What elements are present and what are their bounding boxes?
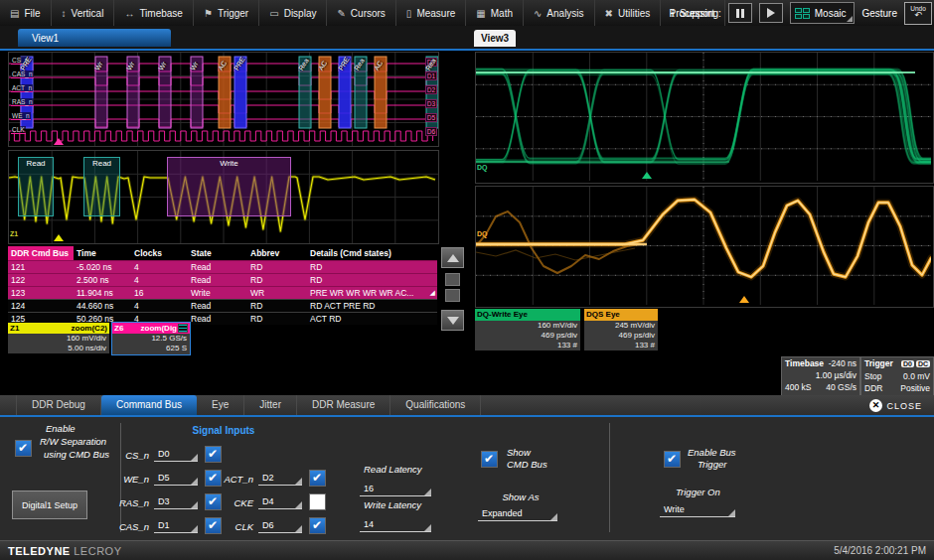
dialog-tab-bar: DDR Debug Command Bus Eye Jitter DDR Mea… <box>0 395 934 417</box>
show-as-dropdown[interactable]: Expanded <box>478 506 557 521</box>
dq-eye-panel[interactable]: DQ <box>475 52 934 184</box>
read-latency-dropdown[interactable]: 16 <box>360 482 431 496</box>
table-row[interactable]: 12444.660 ns4ReadRDRD ACT PRE RD <box>8 299 437 312</box>
trigger-coupling-badge: DC <box>916 360 930 367</box>
table-row[interactable]: 12311.904 ns16WriteWRPRE WR WR WR WR AC.… <box>8 286 437 299</box>
dqs-eye-descriptor[interactable]: DQS Eye 245 mV/div 469 ps/div 133 # <box>584 309 658 350</box>
table-row[interactable]: 1222.500 ns4ReadRDRD <box>8 273 437 286</box>
clk-source-dropdown[interactable]: D6 <box>258 518 302 533</box>
pause-button[interactable] <box>728 3 752 23</box>
signal-label-act: ACT_n <box>11 84 33 92</box>
menu-cursors[interactable]: ✎Cursors <box>327 0 395 26</box>
scroll-track[interactable] <box>445 273 460 286</box>
cs-source-dropdown[interactable]: D0 <box>154 447 198 462</box>
eye-center-marker[interactable] <box>642 172 652 179</box>
ddr-debug-dialog: DDR Debug Command Bus Eye Jitter DDR Mea… <box>0 395 934 540</box>
scroll-track[interactable] <box>445 289 460 302</box>
gesture-label[interactable]: Gesture <box>861 8 897 19</box>
digital-bus-panel[interactable]: CS_n CAS_n ACT_n RAS_n WE_n CLK D0 D1 D2… <box>8 52 439 147</box>
tab-eye[interactable]: Eye <box>197 395 244 415</box>
clock: 5/4/2016 2:00:21 PM <box>834 545 926 556</box>
tab-ddr-measure[interactable]: DDR Measure <box>297 395 390 415</box>
write-region[interactable]: Write <box>167 157 291 216</box>
timebase-summary[interactable]: Timebase-240 ns 1.00 µs/div 400 kS40 GS/… <box>781 356 860 396</box>
trigger-position-marker[interactable] <box>54 138 64 145</box>
trigger-on-dropdown[interactable]: Write <box>660 502 735 517</box>
file-icon: ▤ <box>10 8 19 19</box>
dq-write-eye-descriptor[interactable]: DQ-Write Eye 160 mV/div 469 ps/div 133 # <box>475 309 580 350</box>
scroll-down-button[interactable] <box>441 310 464 331</box>
act-source-dropdown[interactable]: D2 <box>258 471 302 486</box>
cke-source-dropdown[interactable]: D4 <box>258 494 302 509</box>
cke-enable-checkbox[interactable] <box>309 493 326 510</box>
tab-ddr-debug[interactable]: DDR Debug <box>16 395 101 415</box>
menu-right-cluster: Processing: Mosaic Gesture Undo ↶ <box>669 0 932 26</box>
undo-arrow-icon: ↶ <box>914 11 922 20</box>
menu-analysis[interactable]: ∿Analysis <box>524 0 595 26</box>
read-region[interactable]: Read <box>83 157 120 216</box>
status-bar: TELEDYNE LECROY 5/4/2016 2:00:21 PM <box>0 540 934 560</box>
signal-label-cas: CAS_n <box>11 70 34 78</box>
z1-trace-tag: Z1 <box>10 230 18 238</box>
digital1-setup-button[interactable]: Digital1 Setup <box>12 490 87 519</box>
oscilloscope-app: ▤File ↕Vertical ↔Timebase ⚑Trigger ▭Disp… <box>0 0 934 560</box>
channel-label-d5: D5 <box>425 113 437 122</box>
ras-source-dropdown[interactable]: D3 <box>154 494 198 509</box>
table-row[interactable]: 121-5.020 ns4ReadRDRD <box>8 260 437 273</box>
trigger-flag-icon: ⚑ <box>204 8 213 19</box>
menu-vertical[interactable]: ↕Vertical <box>52 0 115 26</box>
table-header: DDR Cmd Bus Time Clocks State Abbrev Det… <box>8 246 437 260</box>
dqs-position-marker[interactable] <box>739 296 749 303</box>
dqs-waveform <box>476 187 931 305</box>
menu-display[interactable]: ▭Display <box>259 0 327 26</box>
tab-view1[interactable]: View1 <box>18 29 171 47</box>
cas-source-dropdown[interactable]: D1 <box>154 518 198 533</box>
undo-button[interactable]: Undo ↶ <box>904 2 932 25</box>
calculator-icon: ▦ <box>476 8 485 19</box>
digital-bus-icon <box>178 324 188 333</box>
scroll-up-button[interactable] <box>441 247 464 268</box>
write-latency-dropdown[interactable]: 14 <box>360 517 431 532</box>
act-enable-checkbox[interactable] <box>309 470 326 487</box>
clk-enable-checkbox[interactable] <box>309 517 326 534</box>
channel-label-d3: D3 <box>425 99 437 108</box>
z6-descriptor[interactable]: Z6 zoom(Dig 12.5 GS/s 625 S <box>111 322 191 355</box>
rw-separation-checkbox[interactable] <box>15 440 32 457</box>
zoom-position-marker[interactable] <box>54 234 64 241</box>
dq-eye-waveform <box>476 53 931 181</box>
vertical-arrows-icon: ↕ <box>62 8 67 19</box>
menu-timebase[interactable]: ↔Timebase <box>114 0 194 26</box>
show-cmd-bus-checkbox[interactable] <box>481 451 498 468</box>
menu-trigger[interactable]: ⚑Trigger <box>194 0 259 26</box>
play-button[interactable] <box>759 3 783 23</box>
enable-bus-trigger-checkbox[interactable] <box>664 451 681 468</box>
arrow-up-icon <box>447 254 459 262</box>
tab-view3[interactable]: View3 <box>474 30 516 47</box>
cs-enable-checkbox[interactable] <box>205 446 222 463</box>
trigger-source-badge: D0 <box>901 360 914 367</box>
zoom-trace-panel[interactable]: Read Read Write Z1 <box>8 150 439 244</box>
cursor-icon: ✎ <box>337 8 345 19</box>
dqs-panel[interactable]: DQ <box>475 186 934 308</box>
channel-label-d1: D1 <box>425 71 437 80</box>
close-icon <box>869 399 882 412</box>
menu-file[interactable]: ▤File <box>0 0 52 26</box>
close-button[interactable]: CLOSE <box>869 399 922 412</box>
tab-qualifications[interactable]: Qualifications <box>390 395 481 415</box>
trigger-summary[interactable]: Trigger D0DC Stop0.0 mV DDRPositive <box>860 356 934 396</box>
signal-label-we: WE_n <box>11 112 31 120</box>
measure-icon: ▯ <box>406 8 412 19</box>
tab-jitter[interactable]: Jitter <box>244 395 297 415</box>
read-region[interactable]: Read <box>18 157 54 216</box>
menu-math[interactable]: ▦Math <box>466 0 524 26</box>
mosaic-display-button[interactable]: Mosaic <box>790 2 856 24</box>
z1-descriptor[interactable]: Z1 zoom(C2) 160 mV/div 5.00 ns/div <box>8 323 109 353</box>
teledyne-lecroy-logo: TELEDYNE LECROY <box>8 545 122 557</box>
tab-command-bus[interactable]: Command Bus <box>101 395 197 415</box>
menu-utilities[interactable]: ✖Utilities <box>595 0 662 26</box>
menu-measure[interactable]: ▯Measure <box>396 0 466 26</box>
chart-icon: ∿ <box>534 8 542 19</box>
menu-bar: ▤File ↕Vertical ↔Timebase ⚑Trigger ▭Disp… <box>0 0 934 27</box>
we-source-dropdown[interactable]: D5 <box>154 471 198 486</box>
horizontal-arrows-icon: ↔ <box>124 8 134 19</box>
